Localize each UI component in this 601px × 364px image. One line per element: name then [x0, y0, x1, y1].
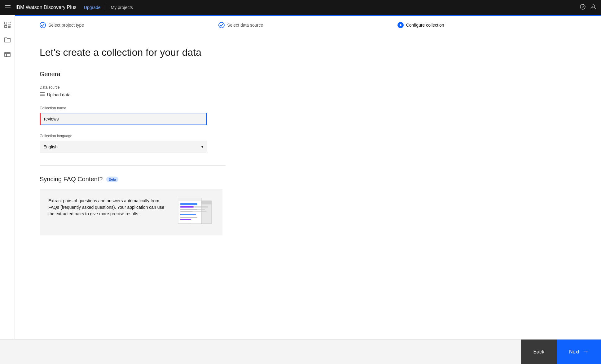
- menu-icon[interactable]: [5, 4, 11, 11]
- svg-rect-7: [8, 22, 10, 23]
- sidebar-icon-data[interactable]: [2, 50, 12, 59]
- general-section-title: General: [40, 71, 576, 78]
- progress-bar-container: Select project type Select data source C…: [15, 15, 601, 34]
- step-3: Configure collection: [397, 22, 576, 28]
- svg-rect-30: [193, 209, 205, 210]
- nav-right-actions: ?: [580, 4, 596, 11]
- svg-rect-22: [180, 203, 197, 205]
- section-divider: [40, 165, 226, 166]
- faq-illustration: [177, 198, 214, 227]
- syncing-title: Syncing FAQ Content?: [40, 176, 103, 183]
- app-title: IBM Watson Discovery Plus: [15, 5, 77, 10]
- faq-card: Extract pairs of questions and answers a…: [40, 189, 222, 235]
- data-source-row: Upload data: [40, 92, 576, 97]
- step-1-icon: [40, 22, 46, 28]
- svg-point-5: [592, 5, 594, 7]
- step-1-label: Select project type: [48, 23, 84, 28]
- svg-text:?: ?: [582, 5, 584, 9]
- back-button[interactable]: Back: [521, 340, 557, 364]
- page-body: Let's create a collection for your data …: [15, 34, 601, 273]
- step-2: Select data source: [218, 22, 397, 28]
- step-2-icon: [218, 22, 225, 28]
- svg-rect-1: [5, 7, 11, 7]
- my-projects-link[interactable]: My projects: [111, 5, 133, 10]
- nav-divider: [106, 4, 106, 11]
- beta-badge: Beta: [106, 177, 118, 182]
- collection-language-label: Collection language: [40, 134, 576, 138]
- page-title: Let's create a collection for your data: [40, 47, 576, 58]
- step-3-label: Configure collection: [406, 23, 444, 28]
- sidebar-icon-projects[interactable]: [2, 20, 12, 30]
- data-source-label: Data source: [40, 85, 576, 90]
- collection-language-wrapper: English French German Spanish Italian Ja…: [40, 141, 207, 153]
- main-content: Select project type Select data source C…: [15, 15, 601, 364]
- collection-name-wrapper: [40, 113, 207, 125]
- svg-rect-25: [180, 211, 193, 212]
- syncing-row: Syncing FAQ Content? Beta: [40, 176, 576, 183]
- collection-language-select[interactable]: English French German Spanish Italian Ja…: [40, 141, 207, 153]
- collection-name-label: Collection name: [40, 106, 576, 110]
- sidebar-icon-folder[interactable]: [2, 35, 12, 45]
- svg-point-14: [400, 24, 401, 26]
- collection-name-input[interactable]: [40, 113, 207, 125]
- help-icon[interactable]: ?: [580, 4, 586, 11]
- next-button[interactable]: Next →: [557, 340, 601, 364]
- upgrade-link[interactable]: Upgrade: [84, 5, 101, 10]
- sidebar: [0, 15, 15, 364]
- svg-rect-29: [193, 206, 208, 208]
- step-2-label: Select data source: [227, 23, 263, 28]
- upload-icon: [40, 92, 45, 97]
- faq-description: Extract pairs of questions and answers a…: [48, 198, 169, 217]
- top-navigation: IBM Watson Discovery Plus Upgrade My pro…: [0, 0, 601, 15]
- svg-rect-0: [5, 5, 11, 6]
- svg-rect-31: [193, 211, 207, 212]
- svg-rect-27: [180, 217, 197, 218]
- svg-rect-23: [180, 206, 194, 208]
- svg-rect-9: [5, 25, 7, 28]
- svg-rect-28: [180, 219, 191, 220]
- user-icon[interactable]: [590, 4, 596, 11]
- svg-rect-6: [5, 22, 7, 24]
- svg-rect-8: [8, 24, 10, 25]
- svg-rect-2: [5, 9, 11, 9]
- red-indicator: [40, 113, 41, 125]
- progress-steps: Select project type Select data source C…: [15, 16, 601, 34]
- svg-rect-21: [178, 198, 201, 201]
- svg-rect-11: [5, 52, 10, 57]
- svg-rect-10: [8, 26, 10, 28]
- step-3-icon: [397, 22, 404, 28]
- bottom-bar: Back Next →: [0, 339, 601, 364]
- arrow-right-icon: →: [583, 349, 589, 355]
- svg-rect-26: [180, 214, 196, 215]
- data-source-value: Upload data: [47, 92, 71, 97]
- step-1: Select project type: [40, 22, 218, 28]
- next-label: Next: [569, 349, 579, 355]
